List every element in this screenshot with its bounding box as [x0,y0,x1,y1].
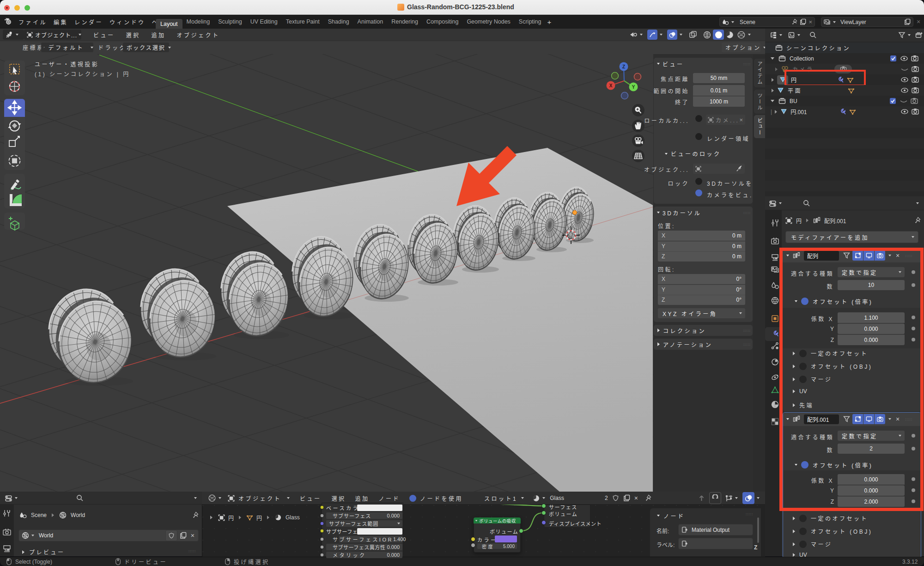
svg-text:X: X [609,83,613,88]
svg-text:Z: Z [622,64,625,69]
svg-text:Y: Y [632,85,635,90]
